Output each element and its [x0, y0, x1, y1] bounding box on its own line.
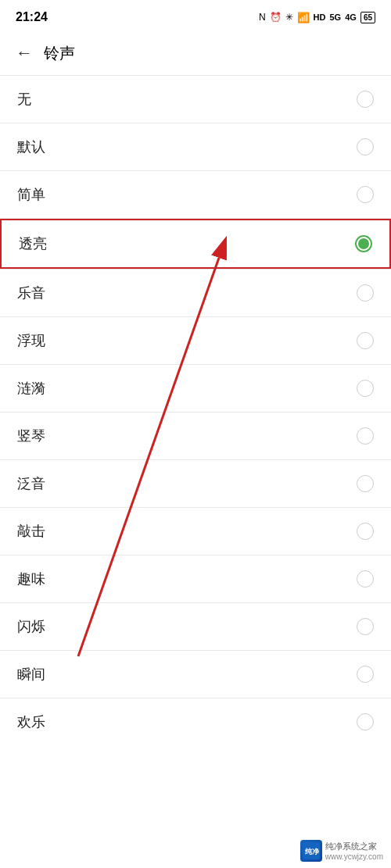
battery-icon: 65 — [361, 12, 375, 23]
notification-icon: N — [259, 12, 266, 23]
list-item[interactable]: 闪烁 — [0, 603, 391, 650]
status-time: 21:24 — [16, 10, 48, 24]
list-item[interactable]: 趣味 — [0, 555, 391, 602]
watermark-logo: 纯净 — [300, 840, 322, 862]
4g-icon: 4G — [345, 13, 357, 22]
5g-icon: 5G — [330, 13, 342, 22]
ringtone-label: 闪烁 — [17, 617, 45, 636]
ringtone-label: 竖琴 — [17, 427, 45, 445]
list-item[interactable]: 默认 — [0, 123, 391, 170]
list-item[interactable]: 无 — [0, 76, 391, 123]
list-item[interactable]: 瞬间 — [0, 651, 391, 698]
page-title: 铃声 — [44, 43, 75, 64]
ringtone-label: 无 — [17, 90, 31, 109]
radio-button[interactable] — [357, 332, 374, 349]
list-item[interactable]: 浮现 — [0, 317, 391, 364]
status-icons: N ⏰ ✳ 📶 HD 5G 4G 65 — [259, 12, 375, 23]
hd-icon: HD — [314, 13, 326, 22]
svg-text:纯净: 纯净 — [304, 848, 320, 855]
radio-button[interactable] — [357, 475, 374, 492]
back-button[interactable]: ← — [16, 43, 33, 63]
radio-button[interactable] — [357, 138, 374, 155]
ringtone-label: 浮现 — [17, 331, 45, 350]
radio-button[interactable] — [357, 713, 374, 730]
ringtone-label: 瞬间 — [17, 665, 45, 684]
list-item[interactable]: 简单 — [0, 171, 391, 218]
list-item[interactable]: 透亮 — [0, 219, 391, 269]
list-item[interactable]: 涟漪 — [0, 365, 391, 412]
radio-button[interactable] — [357, 570, 374, 588]
ringtone-label: 乐音 — [17, 284, 45, 302]
ringtone-label: 透亮 — [19, 234, 47, 253]
list-item[interactable]: 敲击 — [0, 508, 391, 555]
radio-button[interactable] — [357, 186, 374, 203]
alarm-icon: ⏰ — [270, 12, 282, 23]
radio-button[interactable] — [357, 91, 374, 108]
radio-button[interactable] — [357, 427, 374, 445]
list-item[interactable]: 乐音 — [0, 270, 391, 316]
watermark-text: 纯净系统之家 www.ycwjzy.com — [325, 841, 383, 861]
list-item[interactable]: 泛音 — [0, 460, 391, 507]
ringtone-label: 涟漪 — [17, 379, 45, 398]
ringtone-label: 趣味 — [17, 570, 45, 588]
radio-button[interactable] — [357, 523, 374, 540]
ringtone-label: 简单 — [17, 185, 45, 204]
ringtone-label: 泛音 — [17, 474, 45, 493]
wifi-icon: 📶 — [297, 12, 310, 23]
list-item[interactable]: 竖琴 — [0, 413, 391, 459]
radio-button[interactable] — [357, 666, 374, 683]
radio-button[interactable] — [357, 380, 374, 397]
ringtone-label: 欢乐 — [17, 713, 45, 731]
status-bar: 21:24 N ⏰ ✳ 📶 HD 5G 4G 65 — [0, 0, 391, 31]
radio-button[interactable] — [355, 235, 372, 252]
bluetooth-icon: ✳ — [285, 12, 293, 23]
ringtone-label: 敲击 — [17, 522, 45, 541]
header: ← 铃声 — [0, 31, 391, 75]
radio-button[interactable] — [357, 284, 374, 302]
watermark: 纯净 纯净系统之家 www.ycwjzy.com — [300, 840, 383, 862]
ringtone-list: 无默认简单透亮乐音浮现涟漪竖琴泛音敲击趣味闪烁瞬间欢乐 — [0, 76, 391, 745]
radio-button[interactable] — [357, 618, 374, 635]
list-item[interactable]: 欢乐 — [0, 698, 391, 745]
ringtone-label: 默认 — [17, 138, 45, 156]
